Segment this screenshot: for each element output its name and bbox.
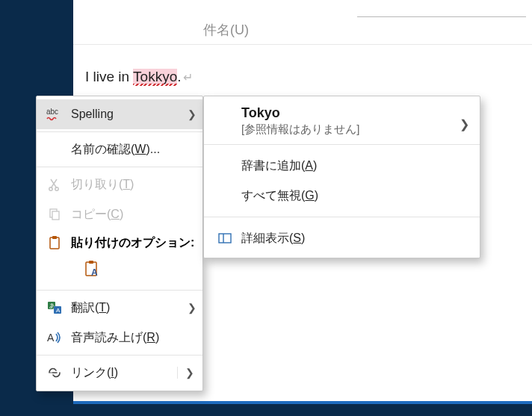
menu-label: 貼り付けのオプション: xyxy=(71,235,195,251)
body-text-suffix: . xyxy=(177,69,181,84)
scissors-icon xyxy=(46,176,64,193)
menu-separator xyxy=(37,131,202,132)
svg-rect-8 xyxy=(89,261,93,264)
message-body[interactable]: I live in Tokkyo.↵ xyxy=(85,69,193,85)
svg-rect-15 xyxy=(219,234,231,243)
svg-rect-4 xyxy=(52,211,59,220)
read-aloud-icon: A xyxy=(46,329,64,347)
subject-placeholder[interactable]: 件名(U) xyxy=(203,21,249,39)
menu-separator xyxy=(37,355,202,356)
menu-label: 辞書に追加(A) xyxy=(241,158,468,174)
menu-label: リンク(I) xyxy=(71,365,173,381)
svg-text:A: A xyxy=(47,332,55,344)
suggestion-reference: [参照情報はありません] xyxy=(241,122,468,137)
window-accent-bar xyxy=(73,401,532,404)
chevron-right-icon: ❯ xyxy=(188,302,195,314)
menu-item-check-names[interactable]: 名前の確認(W)... xyxy=(37,134,202,164)
blank-icon xyxy=(216,157,234,175)
menu-item-copy: コピー(C) xyxy=(37,199,202,229)
spelling-abc-icon: abc xyxy=(46,105,64,123)
menu-item-cut: 切り取り(T) xyxy=(37,170,202,199)
menu-item-paste-options: 貼り付けのオプション: A xyxy=(37,229,202,288)
subject-field-underline xyxy=(357,16,526,17)
menu-label: 翻訳(T) xyxy=(71,300,188,316)
blank-icon xyxy=(216,187,234,205)
menu-label: 切り取り(T) xyxy=(71,177,195,193)
spelling-suggestion[interactable]: Tokyo [参照情報はありません] ❯ xyxy=(204,102,480,138)
menu-label: コピー(C) xyxy=(71,207,195,223)
menu-label: 詳細表示(S) xyxy=(241,231,468,246)
menu-separator xyxy=(204,144,480,145)
menu-separator xyxy=(37,290,202,291)
menu-separator xyxy=(37,167,202,167)
body-text-prefix: I live in xyxy=(85,69,133,84)
context-menu: abc Spelling ❯ 名前の確認(W)... 切り取り(T) コピー(C… xyxy=(36,96,203,391)
menu-label: Spelling xyxy=(71,108,188,121)
menu-item-translate[interactable]: あA 翻訳(T) ❯ xyxy=(37,293,202,323)
menu-item-link[interactable]: リンク(I) ❯ xyxy=(37,358,202,388)
link-icon xyxy=(46,364,64,382)
blank-icon xyxy=(46,140,64,158)
svg-text:abc: abc xyxy=(46,108,58,116)
suggestion-text: Tokyo xyxy=(241,105,468,121)
spelling-submenu: Tokyo [参照情報はありません] ❯ 辞書に追加(A) すべて無視(G) 詳… xyxy=(203,96,480,258)
svg-rect-6 xyxy=(52,236,57,239)
svg-rect-5 xyxy=(50,238,59,249)
menu-item-read-aloud[interactable]: A 音声読み上げ(R) xyxy=(37,323,202,353)
menu-label: すべて無視(G) xyxy=(241,188,468,204)
chevron-right-icon: ❯ xyxy=(460,117,469,131)
translate-icon: あA xyxy=(46,299,64,317)
chevron-right-icon[interactable]: ❯ xyxy=(177,367,195,379)
menu-item-ignore-all[interactable]: すべて無視(G) xyxy=(204,181,480,211)
clipboard-icon xyxy=(46,234,64,252)
svg-point-1 xyxy=(49,187,52,190)
menu-separator xyxy=(204,217,480,217)
misspelled-word[interactable]: Tokkyo xyxy=(133,69,177,84)
svg-text:A: A xyxy=(91,267,98,278)
subject-row: 件名(U) xyxy=(73,15,532,45)
menu-label: 音声読み上げ(R) xyxy=(71,330,195,346)
menu-item-spelling[interactable]: abc Spelling ❯ xyxy=(37,99,202,129)
paste-keep-text-button[interactable]: A xyxy=(80,256,105,282)
svg-text:A: A xyxy=(56,307,61,314)
paragraph-mark-icon: ↵ xyxy=(183,71,193,84)
header-separator xyxy=(73,44,532,45)
copy-icon xyxy=(46,205,64,223)
svg-point-2 xyxy=(55,187,58,190)
details-pane-icon xyxy=(216,229,234,247)
menu-label: 名前の確認(W)... xyxy=(71,142,195,158)
menu-item-add-to-dictionary[interactable]: 辞書に追加(A) xyxy=(204,151,480,181)
menu-item-details[interactable]: 詳細表示(S) xyxy=(204,223,480,253)
chevron-right-icon: ❯ xyxy=(188,108,195,120)
